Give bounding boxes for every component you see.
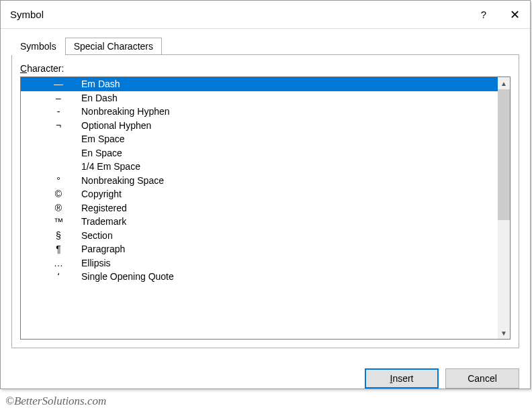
button-row: Insert Cancel <box>1 359 530 389</box>
list-item-symbol: ™ <box>36 216 81 227</box>
list-item-name: Copyright <box>81 189 498 199</box>
list-item[interactable]: ©Copyright <box>21 187 498 201</box>
list-item-symbol: § <box>36 230 81 241</box>
symbol-dialog: Symbol ? ✕ Symbols Special Characters Ch… <box>0 0 531 389</box>
list-item-symbol: © <box>36 189 81 199</box>
list-item-name: Nonbreaking Space <box>81 175 498 186</box>
titlebar: Symbol ? ✕ <box>1 1 530 29</box>
help-button[interactable]: ? <box>468 1 499 29</box>
list-item-symbol: ¬ <box>36 120 81 131</box>
list-item-name: Paragraph <box>81 244 498 254</box>
list-item[interactable]: ¬Optional Hyphen <box>21 119 498 133</box>
list-item-name: 1/4 Em Space <box>81 161 498 172</box>
list-item[interactable]: En Space <box>21 146 498 160</box>
list-item[interactable]: Em Space <box>21 132 498 146</box>
list-item[interactable]: 1/4 Em Space <box>21 160 498 174</box>
list-item-name: En Dash <box>81 93 498 103</box>
list-item[interactable]: ʻSingle Opening Quote <box>21 270 498 284</box>
list-item[interactable]: –En Dash <box>21 91 498 105</box>
tab-special-characters[interactable]: Special Characters <box>65 38 162 55</box>
list-item[interactable]: ™Trademark <box>21 215 498 229</box>
list-item[interactable]: -Nonbreaking Hyphen <box>21 105 498 119</box>
cancel-button[interactable]: Cancel <box>445 368 519 389</box>
character-label-accel: C <box>20 63 27 74</box>
watermark: ©BetterSolutions.com <box>5 395 106 408</box>
list-item-name: Em Dash <box>81 79 498 89</box>
list-item-name: Ellipsis <box>81 258 498 268</box>
scroll-track[interactable] <box>498 89 510 327</box>
list-item-name: Single Opening Quote <box>81 271 498 282</box>
dialog-body: Symbols Special Characters Character: —E… <box>1 29 530 359</box>
character-label: Character: <box>20 63 511 74</box>
insert-button[interactable]: Insert <box>365 368 439 389</box>
tab-panel-special: Character: —Em Dash–En Dash-Nonbreaking … <box>11 54 519 348</box>
list-item-name: Optional Hyphen <box>81 120 498 131</box>
scroll-down-button[interactable]: ▼ <box>498 327 510 339</box>
list-item-symbol: ʻ <box>36 271 81 282</box>
list-item[interactable]: …Ellipsis <box>21 256 498 270</box>
list-item[interactable]: —Em Dash <box>21 77 498 91</box>
scrollbar[interactable]: ▲ ▼ <box>498 77 510 339</box>
list-item-symbol: — <box>36 79 81 89</box>
character-listbox[interactable]: —Em Dash–En Dash-Nonbreaking Hyphen¬Opti… <box>21 77 498 339</box>
list-item-symbol: ¶ <box>36 244 81 254</box>
list-item[interactable]: ¶Paragraph <box>21 242 498 256</box>
list-item-name: Nonbreaking Hyphen <box>81 106 498 117</box>
window-title: Symbol <box>10 9 468 20</box>
scroll-thumb[interactable] <box>498 89 510 220</box>
list-item-name: Registered <box>81 203 498 213</box>
close-button[interactable]: ✕ <box>499 1 530 29</box>
list-item-name: En Space <box>81 148 498 158</box>
list-item-name: Trademark <box>81 216 498 227</box>
list-item-symbol: ° <box>36 175 81 186</box>
list-item-symbol: - <box>36 106 81 117</box>
tab-symbols[interactable]: Symbols <box>11 38 65 55</box>
insert-label: nsert <box>392 373 413 384</box>
list-item-name: Em Space <box>81 134 498 144</box>
list-item-symbol: ® <box>36 203 81 213</box>
list-item-name: Section <box>81 230 498 241</box>
character-listbox-container: —Em Dash–En Dash-Nonbreaking Hyphen¬Opti… <box>20 76 511 340</box>
list-item-symbol: – <box>36 93 81 103</box>
list-item-symbol: … <box>36 258 81 268</box>
tab-row: Symbols Special Characters <box>11 36 519 54</box>
list-item[interactable]: °Nonbreaking Space <box>21 174 498 188</box>
character-label-text: haracter: <box>27 63 64 74</box>
list-item[interactable]: ®Registered <box>21 201 498 215</box>
scroll-up-button[interactable]: ▲ <box>498 77 510 89</box>
list-item[interactable]: §Section <box>21 229 498 243</box>
